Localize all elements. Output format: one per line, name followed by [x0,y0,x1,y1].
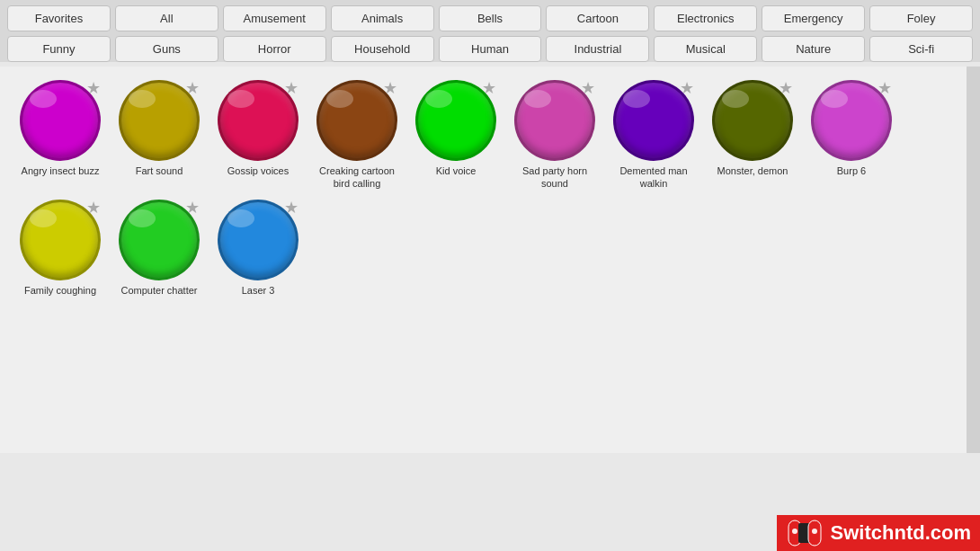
sound-circle-wrapper: ★ [316,80,397,161]
sound-item[interactable]: ★Creaking cartoon bird calling [307,80,406,191]
sound-circle-wrapper: ★ [712,80,793,161]
category-row-2: FunnyGunsHorrorHouseholdHumanIndustrialM… [7,36,973,62]
sound-item[interactable]: ★Sad party horn sound [505,80,604,191]
sound-circle-wrapper: ★ [415,80,496,161]
category-button-scifi[interactable]: Sci-fi [869,36,973,62]
favorite-star-icon[interactable]: ★ [680,80,694,96]
sound-item[interactable]: ★Angry insect buzz [11,80,110,191]
sound-item[interactable]: ★Family coughing [11,200,110,297]
svg-point-4 [812,529,817,534]
sound-circle-wrapper: ★ [811,80,892,161]
category-button-horror[interactable]: Horror [223,36,326,62]
sound-circle-wrapper: ★ [613,80,694,161]
sound-item[interactable]: ★Monster, demon [703,80,802,191]
sound-label: Sad party horn sound [508,164,602,191]
watermark-logo [786,519,824,547]
sound-circle-wrapper: ★ [20,80,101,161]
watermark: Switchntd.com [777,515,980,551]
sound-item[interactable]: ★Laser 3 [209,200,307,297]
favorite-star-icon[interactable]: ★ [383,80,397,96]
category-button-animals[interactable]: Animals [331,5,434,31]
category-button-nature[interactable]: Nature [762,36,865,62]
favorite-star-icon[interactable]: ★ [185,200,200,216]
favorite-star-icon[interactable]: ★ [284,200,298,216]
sound-circle-wrapper: ★ [514,80,595,161]
category-button-musical[interactable]: Musical [654,36,757,62]
sound-circle-wrapper: ★ [218,80,298,161]
favorite-star-icon[interactable]: ★ [284,80,298,96]
sound-label: Monster, demon [717,164,788,177]
category-button-guns[interactable]: Guns [115,36,218,62]
sound-item[interactable]: ★Burp 6 [802,80,901,191]
nintendo-switch-icon [788,516,822,550]
category-button-funny[interactable]: Funny [7,36,111,62]
sound-label: Creaking cartoon bird calling [310,164,405,191]
favorite-star-icon[interactable]: ★ [86,200,101,216]
category-button-favorites[interactable]: Favorites [7,5,111,31]
sound-label: Laser 3 [242,284,275,297]
favorite-star-icon[interactable]: ★ [185,80,200,96]
category-button-industrial[interactable]: Industrial [546,36,649,62]
sound-label: Burp 6 [837,164,866,177]
sound-item[interactable]: ★Demented man walkin [604,80,703,191]
sound-grid: ★Angry insect buzz★Fart sound★Gossip voi… [0,67,967,453]
category-button-bells[interactable]: Bells [439,5,542,31]
category-button-emergency[interactable]: Emergency [762,5,865,31]
sound-item[interactable]: ★Gossip voices [209,80,307,191]
sound-label: Demented man walkin [607,164,701,191]
category-bar: FavoritesAllAmusementAnimalsBellsCartoon… [0,0,980,62]
favorite-star-icon[interactable]: ★ [581,80,595,96]
category-button-household[interactable]: Household [331,36,434,62]
favorite-star-icon[interactable]: ★ [482,80,496,96]
category-button-cartoon[interactable]: Cartoon [546,5,649,31]
sound-circle-wrapper: ★ [20,200,101,280]
sound-label: Angry insect buzz [22,164,100,177]
svg-point-3 [792,529,797,534]
sound-circle-wrapper: ★ [119,200,200,280]
sound-circle-wrapper: ★ [119,80,200,161]
sound-item[interactable]: ★Computer chatter [110,200,209,297]
category-button-human[interactable]: Human [439,36,542,62]
category-button-all[interactable]: All [115,5,218,31]
sound-item[interactable]: ★Kid voice [406,80,505,191]
category-button-amusement[interactable]: Amusement [223,5,326,31]
sound-label: Kid voice [436,164,477,177]
sound-label: Computer chatter [121,284,198,297]
sound-circle-wrapper: ★ [218,200,298,280]
favorite-star-icon[interactable]: ★ [779,80,793,96]
sound-label: Fart sound [136,164,183,177]
sound-label: Gossip voices [227,164,289,177]
watermark-text: Switchntd.com [831,521,971,545]
main-area: ★Angry insect buzz★Fart sound★Gossip voi… [0,67,980,453]
category-button-foley[interactable]: Foley [869,5,973,31]
sound-item[interactable]: ★Fart sound [110,80,209,191]
sound-label: Family coughing [24,284,96,297]
category-row-1: FavoritesAllAmusementAnimalsBellsCartoon… [7,5,973,31]
favorite-star-icon[interactable]: ★ [86,80,101,96]
category-button-electronics[interactable]: Electronics [654,5,757,31]
favorite-star-icon[interactable]: ★ [878,80,892,96]
scrollbar-track[interactable] [967,67,980,453]
